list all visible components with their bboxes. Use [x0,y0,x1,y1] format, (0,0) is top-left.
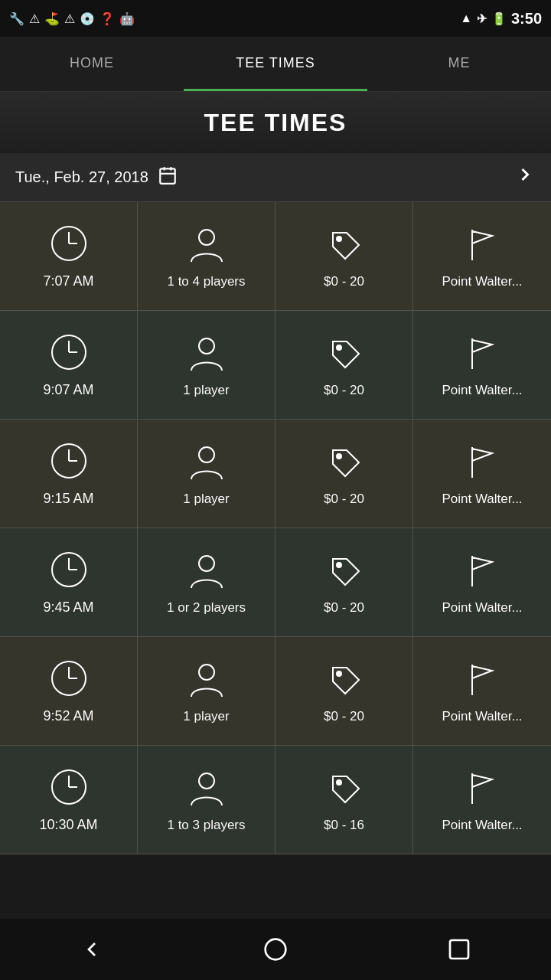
price-value: $0 - 16 [324,818,364,833]
course-cell: Point Walter... [413,202,551,310]
course-cell: Point Walter... [413,311,551,419]
status-icons-left: 🔧 ⚠ ⛳ ⚠ 💿 ❓ 🤖 [9,11,135,26]
players-cell: 1 or 2 players [138,528,276,636]
course-cell: Point Walter... [413,746,551,854]
clock-icon [48,332,90,376]
back-button[interactable] [69,926,115,972]
price-cell: $0 - 20 [276,637,413,745]
date-display: Tue., Feb. 27, 2018 [15,165,178,190]
price-tag-icon [324,550,365,594]
course-value: Point Walter... [442,383,522,398]
calendar-icon[interactable] [158,165,178,190]
flag-icon [461,332,503,377]
home-button[interactable] [253,926,298,972]
time-value: 7:07 AM [43,273,93,289]
clock-icon [48,549,90,593]
status-bar: 🔧 ⚠ ⛳ ⚠ 💿 ❓ 🤖 ▲ ✈ 🔋 3:50 [0,0,551,37]
android-icon: 🤖 [119,11,135,26]
course-cell: Point Walter... [413,420,551,528]
course-value: Point Walter... [442,274,522,289]
price-tag-icon [324,332,365,377]
svg-point-8 [337,237,341,241]
course-value: Point Walter... [442,600,522,616]
price-tag-icon [324,658,365,703]
warning-icon: ⚠ [29,11,40,26]
flag-icon [461,441,503,485]
svg-point-26 [337,563,341,567]
page-title: TEE TIMES [204,109,347,137]
players-cell: 1 to 3 players [138,746,276,854]
recent-button[interactable] [436,926,482,972]
tab-tee-times[interactable]: TEE TIMES [184,37,367,91]
time-value: 9:52 AM [43,708,93,724]
tee-row[interactable]: 9:52 AM 1 player $0 - 20 Point Walter... [0,637,551,746]
svg-point-38 [337,780,341,785]
warning2-icon: ⚠ [64,11,75,26]
price-value: $0 - 20 [324,600,364,616]
players-value: 1 player [183,492,229,507]
date-row: Tue., Feb. 27, 2018 [0,153,551,202]
svg-point-31 [199,665,214,680]
status-icons-right: ▲ ✈ 🔋 3:50 [460,10,542,28]
player-icon [186,224,227,268]
players-value: 1 to 4 players [167,274,245,289]
tab-home[interactable]: HOME [0,37,184,91]
nav-tabs: HOME TEE TIMES ME [0,37,551,92]
disc-icon: 💿 [80,11,95,26]
tee-times-table: 7:07 AM 1 to 4 players $0 - 20 Point Wal… [0,202,551,854]
tee-row[interactable]: 7:07 AM 1 to 4 players $0 - 20 Point Wal… [0,202,551,311]
airplane-icon: ✈ [477,11,487,26]
time-cell: 7:07 AM [0,202,138,310]
time-cell: 9:52 AM [0,637,138,745]
price-cell: $0 - 16 [276,746,413,854]
course-value: Point Walter... [442,709,522,724]
tee-row[interactable]: 9:07 AM 1 player $0 - 20 Point Walter... [0,311,551,420]
price-value: $0 - 20 [324,274,364,289]
player-icon [186,441,227,485]
svg-point-37 [199,773,214,789]
price-tag-icon [324,767,365,812]
time-cell: 10:30 AM [0,746,138,854]
players-cell: 1 to 4 players [138,202,276,310]
price-tag-icon [324,441,365,485]
golf-icon: ⛳ [44,11,60,26]
flag-icon [461,658,503,703]
price-cell: $0 - 20 [276,528,413,636]
wifi-icon: ▲ [460,11,472,25]
wrench-icon: 🔧 [9,11,24,26]
players-value: 1 to 3 players [167,818,245,833]
player-icon [186,658,227,703]
players-cell: 1 player [138,637,276,745]
svg-point-25 [199,556,214,571]
svg-point-13 [199,338,214,354]
time-value: 9:15 AM [43,491,93,507]
time-value: 9:07 AM [43,382,93,398]
svg-point-20 [337,454,341,459]
flag-icon [461,224,503,268]
status-time: 3:50 [511,10,542,28]
tee-row[interactable]: 10:30 AM 1 to 3 players $0 - 16 Point Wa… [0,746,551,854]
price-value: $0 - 20 [324,709,364,724]
next-date-button[interactable] [514,164,536,191]
bottom-nav [0,919,551,980]
time-cell: 9:15 AM [0,420,138,528]
price-cell: $0 - 20 [276,202,413,310]
tee-row[interactable]: 9:45 AM 1 or 2 players $0 - 20 Point Wal… [0,528,551,637]
svg-point-14 [337,345,341,350]
svg-point-7 [199,230,214,245]
course-value: Point Walter... [442,492,522,507]
flag-icon [461,550,503,594]
tee-row[interactable]: 9:15 AM 1 player $0 - 20 Point Walter... [0,420,551,528]
price-cell: $0 - 20 [276,311,413,419]
price-value: $0 - 20 [324,492,364,507]
players-value: 1 player [183,709,229,724]
player-icon [186,332,227,377]
clock-icon [48,223,90,267]
clock-icon [48,766,90,811]
course-cell: Point Walter... [413,637,551,745]
svg-rect-41 [450,940,468,959]
svg-rect-0 [160,168,175,184]
players-value: 1 player [183,383,229,398]
price-tag-icon [324,224,365,268]
tab-me[interactable]: ME [367,37,551,91]
